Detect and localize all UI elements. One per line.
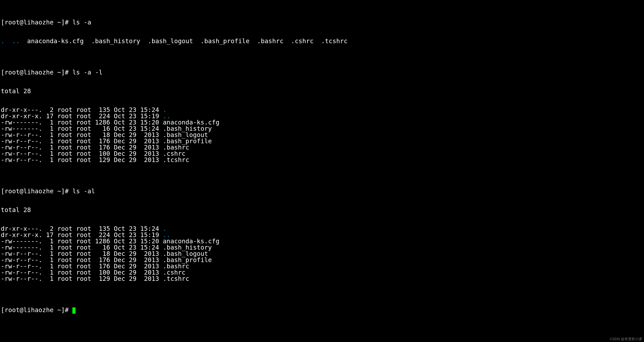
ls-a-rest: anaconda-ks.cfg .bash_history .bash_logo… xyxy=(20,37,348,45)
prompt: [root@lihaozhe ~]# xyxy=(1,69,72,76)
listing-row: -rw-r--r--. 1 root root 18 Dec 29 2013 .… xyxy=(1,251,643,257)
dir-dotdot: .. xyxy=(12,37,20,45)
command-1: ls -a xyxy=(72,18,91,26)
listing-block-1: dr-xr-x---. 2 root root 135 Oct 23 15:24… xyxy=(1,107,643,163)
file-name: .tcshrc xyxy=(163,156,189,164)
cursor[interactable] xyxy=(72,308,76,314)
prompt: [root@lihaozhe ~]# xyxy=(1,306,72,314)
listing-row: -rw-r--r--. 1 root root 100 Dec 29 2013 … xyxy=(1,150,643,157)
prompt: [root@lihaozhe ~]# xyxy=(1,18,72,26)
listing-block-2: dr-xr-x---. 2 root root 135 Oct 23 15:24… xyxy=(1,226,643,282)
ls-a-output: . .. anaconda-ks.cfg .bash_history .bash… xyxy=(1,38,643,44)
prompt-line-2: [root@lihaozhe ~]# ls -a -l xyxy=(1,69,643,75)
command-2: ls -a -l xyxy=(72,69,102,76)
listing-row: -rw-r--r--. 1 root root 129 Dec 29 2013 … xyxy=(1,157,643,163)
listing-row: -rw-r--r--. 1 root root 129 Dec 29 2013 … xyxy=(1,276,643,282)
listing-row: -rw-r--r--. 1 root root 100 Dec 29 2013 … xyxy=(1,269,643,276)
listing-row: -rw-------. 1 root root 16 Oct 23 15:24 … xyxy=(1,244,643,251)
listing-row: -rw-------. 1 root root 16 Oct 23 15:24 … xyxy=(1,125,643,132)
listing-row: -rw-r--r--. 1 root root 176 Dec 29 2013 … xyxy=(1,138,643,144)
file-meta: -rw-r--r--. 1 root root 129 Dec 29 2013 xyxy=(1,275,163,282)
prompt-line-3: [root@lihaozhe ~]# ls -al xyxy=(1,188,643,194)
watermark: CSDN @李昊哲小课 xyxy=(610,337,642,341)
listing-row: dr-xr-xr-x. 17 root root 224 Oct 23 15:1… xyxy=(1,232,643,238)
listing-row: dr-xr-x---. 2 root root 135 Oct 23 15:24… xyxy=(1,107,643,113)
command-3: ls -al xyxy=(72,187,95,195)
prompt-line-1: [root@lihaozhe ~]# ls -a xyxy=(1,19,643,25)
file-meta: -rw-r--r--. 1 root root 129 Dec 29 2013 xyxy=(1,156,163,164)
listing-row: dr-xr-x---. 2 root root 135 Oct 23 15:24… xyxy=(1,226,643,232)
total-line-2: total 28 xyxy=(1,207,643,213)
file-name: .tcshrc xyxy=(163,275,189,282)
terminal[interactable]: [root@lihaozhe ~]# ls -a . .. anaconda-k… xyxy=(0,0,644,320)
listing-row: -rw-r--r--. 1 root root 176 Dec 29 2013 … xyxy=(1,257,643,263)
prompt: [root@lihaozhe ~]# xyxy=(1,187,72,195)
listing-row: -rw-r--r--. 1 root root 176 Dec 29 2013 … xyxy=(1,144,643,150)
listing-row: -rw-------. 1 root root 1286 Oct 23 15:2… xyxy=(1,119,643,125)
dir-dot: . xyxy=(1,37,4,45)
listing-row: -rw-r--r--. 1 root root 176 Dec 29 2013 … xyxy=(1,263,643,269)
listing-row: -rw-------. 1 root root 1286 Oct 23 15:2… xyxy=(1,238,643,244)
listing-row: dr-xr-xr-x. 17 root root 224 Oct 23 15:1… xyxy=(1,113,643,119)
prompt-line-4[interactable]: [root@lihaozhe ~]# xyxy=(1,307,643,314)
total-line-1: total 28 xyxy=(1,88,643,94)
listing-row: -rw-r--r--. 1 root root 18 Dec 29 2013 .… xyxy=(1,132,643,138)
